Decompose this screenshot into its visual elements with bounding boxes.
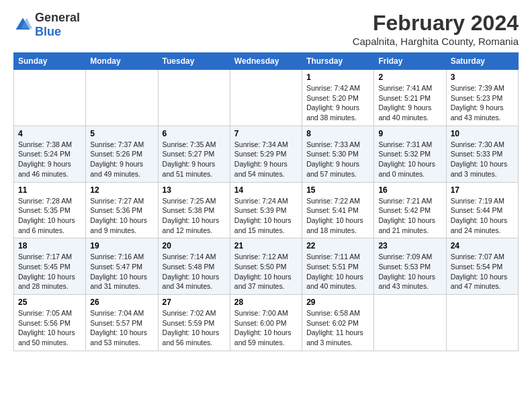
day-number: 10 (451, 129, 514, 138)
logo: General Blue (13, 11, 80, 39)
day-cell: 17Sunrise: 7:19 AM Sunset: 5:44 PM Dayli… (446, 182, 518, 238)
day-cell: 12Sunrise: 7:27 AM Sunset: 5:36 PM Dayli… (86, 182, 158, 238)
day-cell: 4Sunrise: 7:38 AM Sunset: 5:24 PM Daylig… (14, 126, 86, 182)
day-cell: 22Sunrise: 7:11 AM Sunset: 5:51 PM Dayli… (302, 238, 374, 295)
day-cell (446, 295, 518, 351)
day-number: 19 (90, 241, 153, 250)
day-info: Sunrise: 7:27 AM Sunset: 5:36 PM Dayligh… (90, 196, 153, 236)
day-cell: 14Sunrise: 7:24 AM Sunset: 5:39 PM Dayli… (230, 182, 302, 238)
day-info: Sunrise: 7:34 AM Sunset: 5:29 PM Dayligh… (234, 140, 298, 179)
day-info: Sunrise: 7:04 AM Sunset: 5:57 PM Dayligh… (90, 308, 153, 348)
day-cell: 5Sunrise: 7:37 AM Sunset: 5:26 PM Daylig… (86, 126, 158, 182)
day-cell: 19Sunrise: 7:16 AM Sunset: 5:47 PM Dayli… (86, 238, 158, 295)
day-info: Sunrise: 7:02 AM Sunset: 5:59 PM Dayligh… (163, 308, 226, 348)
day-number: 3 (451, 73, 514, 82)
day-info: Sunrise: 7:12 AM Sunset: 5:50 PM Dayligh… (234, 252, 298, 291)
day-cell: 9Sunrise: 7:31 AM Sunset: 5:32 PM Daylig… (374, 126, 446, 182)
day-cell: 21Sunrise: 7:12 AM Sunset: 5:50 PM Dayli… (230, 238, 302, 295)
day-cell: 20Sunrise: 7:14 AM Sunset: 5:48 PM Dayli… (158, 238, 230, 295)
day-info: Sunrise: 7:00 AM Sunset: 6:00 PM Dayligh… (234, 308, 298, 348)
day-cell: 23Sunrise: 7:09 AM Sunset: 5:53 PM Dayli… (374, 238, 446, 295)
day-number: 9 (378, 129, 441, 138)
day-cell: 3Sunrise: 7:39 AM Sunset: 5:23 PM Daylig… (446, 70, 518, 126)
day-number: 24 (451, 241, 514, 250)
day-number: 5 (90, 129, 153, 138)
day-number: 2 (378, 73, 441, 82)
day-info: Sunrise: 7:22 AM Sunset: 5:41 PM Dayligh… (306, 196, 369, 236)
day-number: 17 (451, 185, 514, 195)
day-number: 23 (378, 241, 441, 250)
day-info: Sunrise: 7:16 AM Sunset: 5:47 PM Dayligh… (90, 252, 153, 291)
day-cell: 25Sunrise: 7:05 AM Sunset: 5:56 PM Dayli… (14, 295, 86, 351)
header-row: SundayMondayTuesdayWednesdayThursdayFrid… (14, 53, 519, 70)
calendar-subtitle: Capalnita, Harghita County, Romania (353, 36, 519, 47)
day-cell: 8Sunrise: 7:33 AM Sunset: 5:30 PM Daylig… (302, 126, 374, 182)
day-info: Sunrise: 7:24 AM Sunset: 5:39 PM Dayligh… (234, 196, 298, 236)
day-info: Sunrise: 7:41 AM Sunset: 5:21 PM Dayligh… (378, 83, 441, 123)
day-number: 12 (90, 185, 153, 195)
week-row-1: 1Sunrise: 7:42 AM Sunset: 5:20 PM Daylig… (14, 70, 519, 126)
col-header-tuesday: Tuesday (158, 53, 230, 70)
day-cell (230, 70, 302, 126)
day-info: Sunrise: 7:37 AM Sunset: 5:26 PM Dayligh… (90, 140, 153, 179)
day-cell: 10Sunrise: 7:30 AM Sunset: 5:33 PM Dayli… (446, 126, 518, 182)
day-info: Sunrise: 7:05 AM Sunset: 5:56 PM Dayligh… (18, 308, 81, 348)
day-number: 22 (306, 241, 369, 250)
day-info: Sunrise: 7:11 AM Sunset: 5:51 PM Dayligh… (306, 252, 369, 291)
day-cell: 16Sunrise: 7:21 AM Sunset: 5:42 PM Dayli… (374, 182, 446, 238)
day-number: 4 (18, 129, 81, 138)
calendar-table: SundayMondayTuesdayWednesdayThursdayFrid… (13, 52, 519, 351)
day-cell: 26Sunrise: 7:04 AM Sunset: 5:57 PM Dayli… (86, 295, 158, 351)
day-number: 11 (18, 185, 81, 195)
day-cell: 28Sunrise: 7:00 AM Sunset: 6:00 PM Dayli… (230, 295, 302, 351)
day-info: Sunrise: 7:14 AM Sunset: 5:48 PM Dayligh… (163, 252, 226, 291)
week-row-2: 4Sunrise: 7:38 AM Sunset: 5:24 PM Daylig… (14, 126, 519, 182)
day-number: 25 (18, 298, 81, 307)
day-info: Sunrise: 7:19 AM Sunset: 5:44 PM Dayligh… (451, 196, 514, 236)
day-info: Sunrise: 7:33 AM Sunset: 5:30 PM Dayligh… (306, 140, 369, 179)
col-header-monday: Monday (86, 53, 158, 70)
logo-general-text: General (35, 11, 80, 24)
day-cell: 11Sunrise: 7:28 AM Sunset: 5:35 PM Dayli… (14, 182, 86, 238)
day-number: 26 (90, 298, 153, 307)
day-info: Sunrise: 7:21 AM Sunset: 5:42 PM Dayligh… (378, 196, 441, 236)
day-info: Sunrise: 7:28 AM Sunset: 5:35 PM Dayligh… (18, 196, 81, 236)
day-number: 8 (306, 129, 369, 138)
logo-blue-text: Blue (35, 25, 61, 38)
day-cell: 29Sunrise: 6:58 AM Sunset: 6:02 PM Dayli… (302, 295, 374, 351)
day-number: 15 (306, 185, 369, 195)
day-cell (158, 70, 230, 126)
day-number: 1 (306, 73, 369, 82)
day-info: Sunrise: 6:58 AM Sunset: 6:02 PM Dayligh… (306, 308, 369, 348)
day-number: 21 (234, 241, 298, 250)
title-block: February 2024 Capalnita, Harghita County… (353, 11, 519, 47)
day-info: Sunrise: 7:31 AM Sunset: 5:32 PM Dayligh… (378, 140, 441, 179)
day-info: Sunrise: 7:30 AM Sunset: 5:33 PM Dayligh… (451, 140, 514, 179)
day-cell (374, 295, 446, 351)
day-cell: 6Sunrise: 7:35 AM Sunset: 5:27 PM Daylig… (158, 126, 230, 182)
day-info: Sunrise: 7:39 AM Sunset: 5:23 PM Dayligh… (451, 83, 514, 123)
day-number: 20 (163, 241, 226, 250)
day-cell: 27Sunrise: 7:02 AM Sunset: 5:59 PM Dayli… (158, 295, 230, 351)
day-number: 14 (234, 185, 298, 195)
day-number: 6 (163, 129, 226, 138)
day-info: Sunrise: 7:17 AM Sunset: 5:45 PM Dayligh… (18, 252, 81, 291)
logo-icon (13, 15, 32, 34)
day-number: 28 (234, 298, 298, 307)
day-info: Sunrise: 7:42 AM Sunset: 5:20 PM Dayligh… (306, 83, 369, 123)
calendar-title: February 2024 (353, 11, 519, 36)
day-cell (86, 70, 158, 126)
col-header-saturday: Saturday (446, 53, 518, 70)
day-info: Sunrise: 7:09 AM Sunset: 5:53 PM Dayligh… (378, 252, 441, 291)
col-header-wednesday: Wednesday (230, 53, 302, 70)
week-row-5: 25Sunrise: 7:05 AM Sunset: 5:56 PM Dayli… (14, 295, 519, 351)
day-number: 27 (163, 298, 226, 307)
week-row-4: 18Sunrise: 7:17 AM Sunset: 5:45 PM Dayli… (14, 238, 519, 295)
day-cell (14, 70, 86, 126)
day-number: 13 (163, 185, 226, 195)
page-header: General Blue February 2024 Capalnita, Ha… (13, 11, 519, 47)
day-number: 7 (234, 129, 298, 138)
col-header-sunday: Sunday (14, 53, 86, 70)
day-cell: 2Sunrise: 7:41 AM Sunset: 5:21 PM Daylig… (374, 70, 446, 126)
day-info: Sunrise: 7:35 AM Sunset: 5:27 PM Dayligh… (163, 140, 226, 179)
